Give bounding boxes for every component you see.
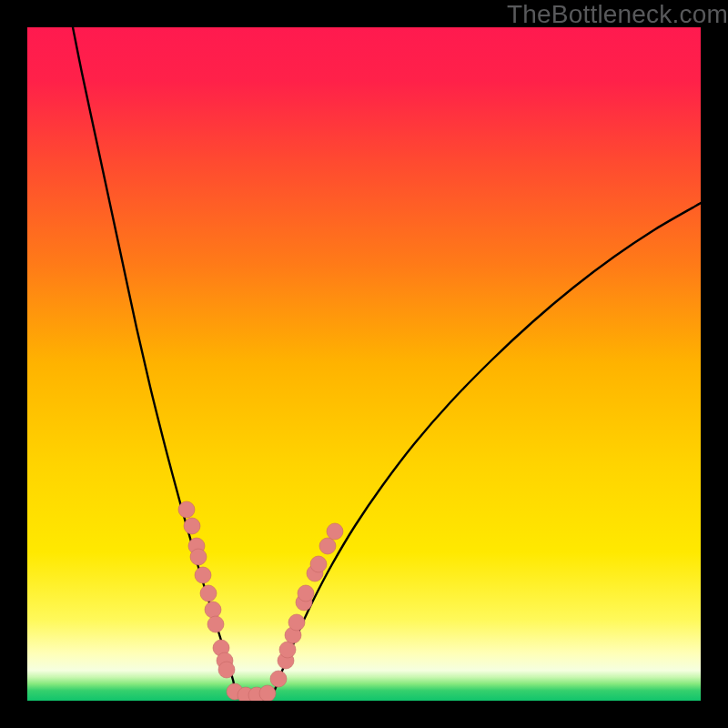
marker-dot — [178, 501, 195, 518]
highlighted-markers — [178, 501, 343, 701]
marker-dot — [205, 602, 221, 618]
marker-dot — [200, 585, 217, 602]
marker-dot — [184, 518, 200, 534]
plot-area — [27, 27, 701, 701]
marker-dot — [195, 567, 211, 583]
marker-dot — [298, 585, 314, 602]
marker-dot — [270, 671, 287, 687]
marker-dot — [310, 556, 327, 572]
marker-dot — [288, 614, 305, 631]
bottleneck-curve — [73, 27, 701, 699]
chart-stage: TheBottleneck.com — [0, 0, 728, 728]
marker-dot — [259, 685, 276, 701]
marker-dot — [218, 662, 235, 678]
watermark-text: TheBottleneck.com — [507, 0, 728, 27]
marker-dot — [207, 616, 224, 632]
marker-dot — [327, 523, 343, 540]
marker-dot — [190, 549, 207, 565]
marker-dot — [319, 538, 336, 554]
curve-layer — [27, 27, 701, 701]
marker-dot — [279, 642, 296, 658]
